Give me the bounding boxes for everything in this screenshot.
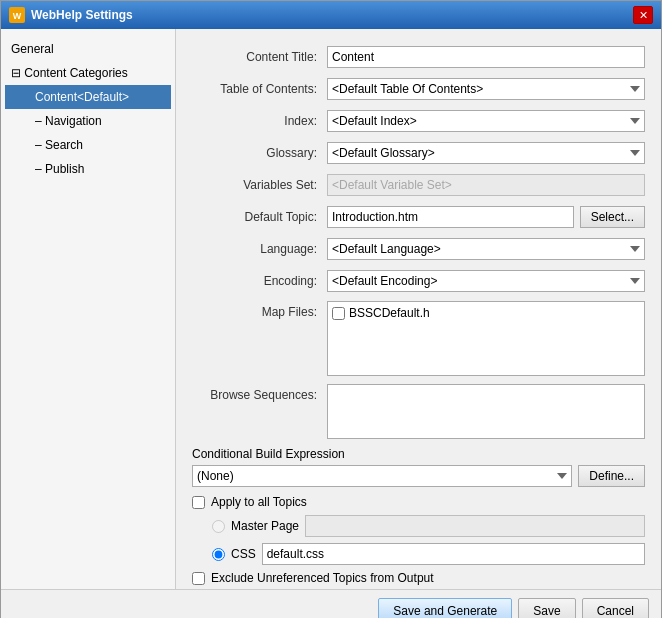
variables-row: Variables Set: <Default Variable Set> [192,173,645,197]
expand-icon: ⊟ [11,66,24,80]
css-row: CSS default.css [192,543,645,565]
sidebar-item-content-default[interactable]: Content<Default> [5,85,171,109]
main-panel: Content Title: Table of Contents: <Defau… [176,29,661,589]
save-button[interactable]: Save [518,598,575,618]
content-title-input[interactable] [327,46,645,68]
glossary-select[interactable]: <Default Glossary> [327,142,645,164]
toc-label: Table of Contents: [192,82,327,96]
sidebar-item-content-categories[interactable]: ⊟ Content Categories [5,61,171,85]
build-expression-row: (None) Define... [192,465,645,487]
apply-all-row: Apply to all Topics [192,495,645,509]
exclude-unreferenced-row: Exclude Unreferenced Topics from Output [192,571,645,585]
map-file-item: BSSCDefault.h [332,306,640,320]
variables-select[interactable]: <Default Variable Set> [327,174,645,196]
map-files-label: Map Files: [192,301,327,319]
css-select[interactable]: default.css [262,543,645,565]
title-bar: W WebHelp Settings ✕ [1,1,661,29]
map-file-label: BSSCDefault.h [349,306,430,320]
exclude-unreferenced-checkbox[interactable] [192,572,205,585]
map-file-checkbox[interactable] [332,307,345,320]
toc-row: Table of Contents: <Default Table Of Con… [192,77,645,101]
content-title-row: Content Title: [192,45,645,69]
default-topic-controls: Select... [327,206,645,228]
default-topic-row: Default Topic: Select... [192,205,645,229]
apply-all-checkbox[interactable] [192,496,205,509]
sidebar-label-content-categories: Content Categories [24,66,127,80]
conditional-build-title: Conditional Build Expression [192,447,645,461]
language-label: Language: [192,242,327,256]
select-button[interactable]: Select... [580,206,645,228]
nav-dash: – [35,114,45,128]
sidebar-item-search[interactable]: – Search [5,133,171,157]
window-content: General ⊟ Content Categories Content<Def… [1,29,661,589]
sidebar-item-general[interactable]: General [5,37,171,61]
map-files-row: Map Files: BSSCDefault.h [192,301,645,376]
build-expression-select[interactable]: (None) [192,465,572,487]
search-dash: – [35,138,45,152]
master-page-radio[interactable] [212,520,225,533]
title-bar-left: W WebHelp Settings [9,7,133,23]
master-page-label: Master Page [231,519,299,533]
main-window: W WebHelp Settings ✕ General ⊟ Content C… [0,0,662,618]
glossary-row: Glossary: <Default Glossary> [192,141,645,165]
variables-label: Variables Set: [192,178,327,192]
conditional-build-section: Conditional Build Expression (None) Defi… [192,447,645,487]
content-title-label: Content Title: [192,50,327,64]
apply-all-label: Apply to all Topics [211,495,307,509]
encoding-select[interactable]: <Default Encoding> [327,270,645,292]
cancel-button[interactable]: Cancel [582,598,649,618]
glossary-label: Glossary: [192,146,327,160]
css-label: CSS [231,547,256,561]
index-row: Index: <Default Index> [192,109,645,133]
define-button[interactable]: Define... [578,465,645,487]
index-label: Index: [192,114,327,128]
footer: Save and Generate Save Cancel [1,589,661,618]
encoding-label: Encoding: [192,274,327,288]
master-page-select[interactable] [305,515,645,537]
exclude-unreferenced-label: Exclude Unreferenced Topics from Output [211,571,434,585]
default-topic-input[interactable] [327,206,574,228]
language-row: Language: <Default Language> [192,237,645,261]
sidebar-item-publish[interactable]: – Publish [5,157,171,181]
app-icon: W [9,7,25,23]
language-select[interactable]: <Default Language> [327,238,645,260]
save-generate-button[interactable]: Save and Generate [378,598,512,618]
default-topic-label: Default Topic: [192,210,327,224]
index-select[interactable]: <Default Index> [327,110,645,132]
sidebar-item-navigation[interactable]: – Navigation [5,109,171,133]
encoding-row: Encoding: <Default Encoding> [192,269,645,293]
browse-sequences-label: Browse Sequences: [192,384,327,402]
map-files-list: BSSCDefault.h [327,301,645,376]
close-button[interactable]: ✕ [633,6,653,24]
browse-sequences-row: Browse Sequences: [192,384,645,439]
window-title: WebHelp Settings [31,8,133,22]
browse-sequences-textarea[interactable] [327,384,645,439]
master-page-row: Master Page [192,515,645,537]
css-radio[interactable] [212,548,225,561]
svg-text:W: W [13,11,22,21]
sidebar: General ⊟ Content Categories Content<Def… [1,29,176,589]
publish-dash: – [35,162,45,176]
toc-select[interactable]: <Default Table Of Contents> [327,78,645,100]
